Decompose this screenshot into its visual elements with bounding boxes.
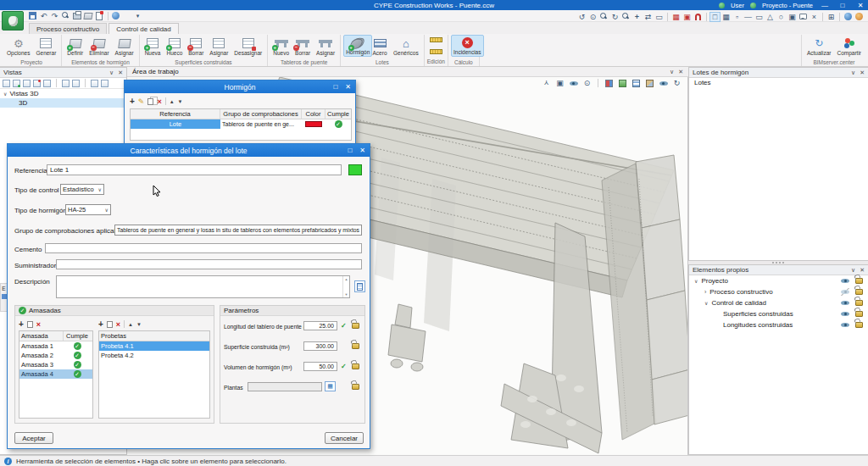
table-row-selected[interactable]: Amasada 4✓ [19,369,92,379]
print-icon[interactable] [72,11,81,21]
nuevo-tablero-button[interactable]: Nuevo [270,35,292,58]
visibility-off-icon[interactable] [841,288,849,296]
rotate-view-icon[interactable]: ↺ [576,12,587,22]
comment-icon[interactable] [798,12,809,22]
refresh-view-icon[interactable]: ↻ [609,12,620,22]
asignar-elemento-button[interactable]: Asignar [113,35,136,58]
eliminar-button[interactable]: Eliminar [86,35,111,58]
maximize-icon[interactable]: □ [333,83,337,91]
selection-box-icon[interactable]: □ [709,12,721,22]
chevron-down-icon[interactable]: ∨ [3,91,7,97]
visibility-icon[interactable] [841,321,849,329]
lock-icon[interactable] [352,323,359,329]
customize-caret-icon[interactable]: ▾ [133,11,142,21]
lock-icon[interactable] [855,311,863,317]
lote-color-swatch[interactable] [348,164,362,175]
add-icon[interactable]: + [98,320,103,329]
column-header[interactable]: Probetas [99,331,209,341]
collapse-icon[interactable]: ∨ [851,69,855,76]
save-icon[interactable] [28,11,37,21]
render-green-icon[interactable] [617,78,628,88]
tree-node-superficies-construidas[interactable]: Superficies construidas [689,308,868,319]
copy-icon[interactable] [147,98,153,105]
swap-view-icon[interactable]: ⇄ [643,12,654,22]
tipo-hormigon-select[interactable]: HA-25∨ [65,204,111,215]
close-panel-icon[interactable]: ✕ [860,267,865,274]
grid-icon[interactable]: ▦ [721,12,732,22]
suministrador-input[interactable] [56,259,362,269]
bird-eye-icon[interactable] [568,78,579,88]
column-header[interactable]: Cumple [326,109,351,119]
borrar-superficie-button[interactable]: Borrar [186,35,206,58]
screen-icon[interactable]: ▭ [654,12,665,22]
view-new-icon[interactable] [13,80,20,87]
view-locate-icon[interactable] [43,80,51,87]
point-icon[interactable]: ▫ [732,12,743,22]
lock-icon[interactable] [352,343,359,349]
column-header[interactable]: Color [302,109,326,119]
table-row[interactable]: Amasada 1✓ [19,341,92,351]
move-up-icon[interactable]: ▲ [128,322,133,327]
plantas-picker-button[interactable]: ▦ [325,381,336,391]
clip-plane-icon[interactable] [604,78,615,88]
genericos-button[interactable]: ⌂Genéricos [391,35,421,58]
lock-icon[interactable] [855,278,863,284]
nueva-superficie-button[interactable]: Nueva [142,35,164,58]
move-up-icon[interactable]: ▲ [170,99,175,104]
axes-icon[interactable]: Y [541,78,552,88]
delete-icon[interactable]: × [36,320,41,329]
move-down-icon[interactable]: ▼ [136,322,142,327]
measure-area-button[interactable] [427,47,444,57]
cemento-input[interactable] [45,243,362,253]
edit-icon[interactable]: ✎ [138,97,145,106]
incidencias-button[interactable]: ×Incidencias [451,35,484,57]
maximize-icon[interactable]: □ [348,147,352,154]
plantas-input[interactable] [248,382,322,391]
orbit-icon[interactable]: ⊙ [587,12,598,22]
tools-icon[interactable]: × [809,12,820,22]
definir-button[interactable]: Definir [64,35,86,58]
add-icon[interactable]: + [19,320,24,329]
layers-all-icon[interactable] [101,80,108,87]
column-header[interactable]: Referencia [131,109,220,119]
package-icon[interactable] [83,11,92,21]
acero-button[interactable]: Acero [370,35,390,58]
visibility-icon[interactable] [841,277,849,285]
lock-icon[interactable] [352,384,359,390]
close-button[interactable]: ✕ [854,2,866,9]
column-header[interactable]: Amasada [19,331,64,341]
dialog-titlebar[interactable]: Características del hormigón del lote □✕ [8,144,370,157]
zoom-icon[interactable] [620,12,632,22]
web-icon[interactable] [111,11,120,21]
add-icon[interactable]: + [130,97,135,106]
textured-cube-icon[interactable] [644,78,655,88]
generar-proyecto-button[interactable]: Generar [33,35,58,58]
view-duplicate-icon[interactable] [23,80,31,87]
setsquare-icon[interactable]: △ [765,12,776,22]
lock-icon[interactable] [855,322,863,328]
descripcion-textarea[interactable]: ▲▼ [56,275,350,298]
window-layout-icon[interactable]: ⊞ [826,12,837,22]
settings-icon[interactable]: ⁠ [122,11,131,21]
rotate-model-icon[interactable]: ↻ [671,78,682,88]
close-panel-icon[interactable]: ✕ [678,69,683,75]
move-down-icon[interactable]: ▼ [178,99,183,104]
column-header[interactable]: Grupo de comprobaciones [220,109,302,119]
tree-node-proyecto[interactable]: ∨ Proyecto [689,275,868,286]
close-panel-icon[interactable]: ✕ [118,69,123,76]
list-item[interactable]: Probeta 4.2 [99,351,209,360]
collapse-icon[interactable]: ∨ [851,267,855,274]
undo-icon[interactable]: ↶ [39,11,48,21]
table-row[interactable]: Amasada 3✓ [19,360,92,369]
referencia-input[interactable]: Lote 1 [47,164,342,175]
desasignar-superficie-button[interactable]: Desasignar [231,35,264,58]
volumen-input[interactable]: 50.00 [303,362,337,371]
view-delete-icon[interactable] [33,80,41,87]
tree-node-longitudes-construidas[interactable]: Longitudes construidas [689,319,868,330]
table-row[interactable]: Lote Tableros de puente en ge... ✓ [131,119,351,129]
lock-icon[interactable] [855,289,863,295]
tab-proceso-constructivo[interactable]: Proceso constructivo [29,23,107,34]
tab-control-de-calidad[interactable]: Control de calidad [108,23,178,34]
chevron-down-icon[interactable]: ∨ [689,300,708,306]
tree-item-3d[interactable]: 3D [0,98,126,108]
